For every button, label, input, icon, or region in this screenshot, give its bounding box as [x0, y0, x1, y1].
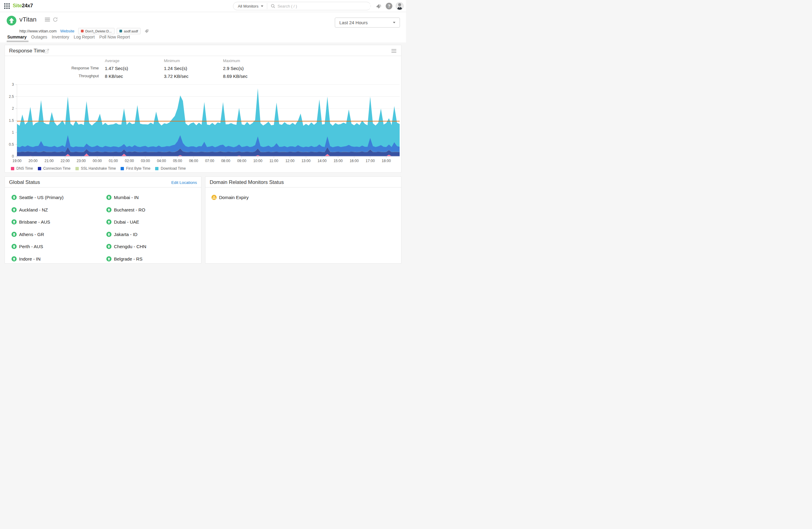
stats-value: 8 KB/sec	[99, 74, 158, 79]
location-item[interactable]: Perth - AUS	[12, 244, 63, 249]
tab-outages[interactable]: Outages	[31, 34, 47, 42]
location-label: Perth - AUS	[19, 244, 43, 249]
app-grid-icon[interactable]	[4, 3, 10, 9]
status-up-icon	[12, 232, 17, 237]
location-item[interactable]: Chengdu - CHN	[106, 244, 146, 249]
response-stats-table: AverageMinimumMaximumResponse Time1.47 S…	[23, 58, 276, 79]
monitor-tag[interactable]: Don't_Delete:D...	[78, 28, 115, 34]
refresh-icon[interactable]	[53, 17, 58, 22]
x-axis-tick-label: 06:00	[189, 159, 198, 163]
stats-value: 1.47 Sec(s)	[99, 66, 158, 71]
global-search-bar: All Monitors	[233, 2, 371, 10]
announcements-icon[interactable]	[375, 2, 383, 10]
divider	[267, 3, 267, 9]
location-item[interactable]: Belgrade - RS	[106, 256, 146, 262]
status-up-icon	[106, 232, 112, 237]
response-time-chart[interactable]: 00.511.522.5319:0020:0021:0022:0023:0000…	[5, 82, 402, 164]
x-axis-tick-label: 13:00	[302, 159, 310, 163]
help-icon[interactable]: ?	[386, 2, 393, 10]
monitor-tag[interactable]: asdf:asdf	[117, 28, 141, 34]
location-label: Chengdu - CHN	[114, 244, 146, 249]
stats-value: 2.9 Sec(s)	[217, 66, 276, 71]
x-axis-tick-label: 10:00	[253, 159, 262, 163]
location-label: Brisbane - AUS	[19, 219, 50, 224]
tab-log-report[interactable]: Log Report	[74, 34, 95, 42]
global-status-header: Global Status Edit Locations	[5, 177, 201, 188]
location-item[interactable]: Indore - IN	[12, 256, 63, 262]
chart-menu-icon[interactable]	[391, 49, 396, 53]
legend-swatch	[11, 167, 14, 170]
domain-monitor-list: Domain Expiry	[212, 195, 249, 207]
svg-text:?: ?	[388, 4, 391, 9]
status-up-icon	[106, 244, 112, 249]
tab-inventory[interactable]: Inventory	[52, 34, 69, 42]
location-item[interactable]: Dubai - UAE	[106, 219, 146, 224]
status-up-icon	[12, 207, 17, 212]
x-axis-tick-label: 14:00	[318, 159, 327, 163]
y-axis-tick-label: 1.5	[9, 118, 14, 123]
topbar: Site24x7 All Monitors ?	[0, 0, 406, 12]
location-label: Domain Expiry	[219, 195, 249, 200]
legend-item-first-byte-time[interactable]: First Byte Time	[120, 166, 150, 171]
site24x7-logo[interactable]: Site24x7	[13, 3, 33, 9]
status-up-icon	[106, 256, 112, 262]
tag-icon[interactable]	[144, 29, 149, 34]
location-item[interactable]: Seattle - US (Primary)	[12, 195, 63, 200]
status-up-icon	[12, 244, 17, 249]
location-item[interactable]: Mumbai - IN	[106, 195, 146, 200]
location-label: Seattle - US (Primary)	[19, 195, 63, 200]
legend-item-ssl-handshake-time[interactable]: SSL Handshake Time	[75, 166, 116, 171]
x-axis-tick-label: 12:00	[286, 159, 294, 163]
tag-color-swatch	[81, 30, 84, 32]
logo-text-site: Site	[13, 3, 22, 9]
x-axis-tick-label: 04:00	[157, 159, 166, 163]
location-item[interactable]: Athens - GR	[12, 232, 63, 237]
legend-swatch	[38, 167, 41, 170]
x-axis-tick-label: 18:00	[382, 159, 391, 163]
x-axis-tick-label: 01:00	[109, 159, 118, 163]
location-item[interactable]: Auckland - NZ	[12, 207, 63, 212]
response-time-chart-svg[interactable]: 00.511.522.5319:0020:0021:0022:0023:0000…	[5, 82, 402, 164]
status-up-icon	[106, 195, 112, 200]
legend-swatch	[155, 167, 158, 170]
location-label: Athens - GR	[19, 232, 44, 237]
response-time-panel: Response Time AverageMinimumMaximumRespo…	[4, 45, 402, 173]
legend-item-download-time[interactable]: Download Time	[155, 166, 186, 171]
tab-poll-now-report[interactable]: Poll Now Report	[99, 34, 130, 42]
location-item[interactable]: Brisbane - AUS	[12, 219, 63, 224]
monitor-menu-icon[interactable]	[45, 18, 50, 22]
tag-color-swatch	[119, 30, 122, 32]
x-axis-tick-label: 05:00	[173, 159, 182, 163]
location-item[interactable]: Bucharest - RO	[106, 207, 146, 212]
x-axis-tick-label: 09:00	[237, 159, 246, 163]
monitor-subheader: http://www.vtitan.com Website Don't_Dele…	[19, 28, 149, 34]
status-up-icon	[12, 256, 17, 262]
expand-chart-icon[interactable]	[45, 49, 49, 53]
edit-locations-link[interactable]: Edit Locations	[171, 180, 197, 185]
location-item[interactable]: Jakarta - ID	[106, 232, 146, 237]
legend-item-connection-time[interactable]: Connection Time	[38, 166, 71, 171]
location-label: Indore - IN	[19, 256, 41, 262]
domain-panel-header: Domain Related Monitors Status	[205, 177, 401, 188]
legend-item-dns-time[interactable]: DNS Time	[11, 166, 33, 171]
monitor-url: http://www.vtitan.com	[19, 29, 57, 33]
tab-summary[interactable]: Summary	[7, 34, 27, 42]
x-axis-tick-label: 23:00	[77, 159, 86, 163]
stats-row-label: Throughput	[23, 74, 99, 79]
monitor-type-link[interactable]: Website	[60, 29, 74, 33]
global-status-panel: Global Status Edit Locations Seattle - U…	[4, 176, 202, 264]
locations-column-2: Mumbai - INBucharest - RODubai - UAEJaka…	[106, 195, 146, 265]
location-item[interactable]: Domain Expiry	[212, 195, 249, 200]
legend-swatch	[75, 167, 79, 170]
y-axis-tick-label: 3	[12, 83, 14, 87]
search-input[interactable]	[277, 4, 371, 9]
monitor-filter-dropdown[interactable]: All Monitors	[233, 2, 267, 10]
location-label: Bucharest - RO	[114, 207, 145, 212]
logo-text-24x7: 24x7	[22, 3, 33, 9]
x-axis-tick-label: 19:00	[12, 159, 21, 163]
y-axis-tick-label: 1	[12, 130, 14, 134]
time-range-select[interactable]: Last 24 Hours	[335, 18, 400, 28]
status-warning-icon	[212, 195, 217, 200]
user-avatar[interactable]	[396, 2, 404, 10]
y-axis-tick-label: 2	[12, 106, 14, 111]
